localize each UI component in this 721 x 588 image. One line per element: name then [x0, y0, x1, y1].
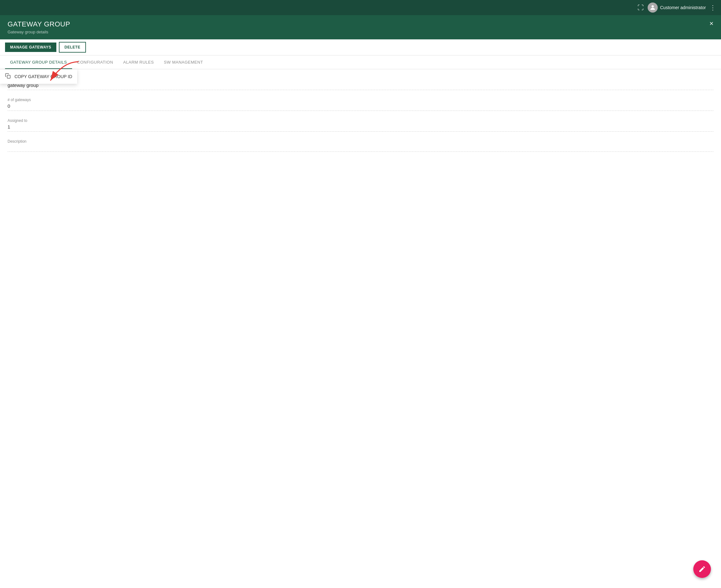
- panel-header: GATEWAY GROUP Gateway group details ×: [0, 15, 721, 39]
- tabs-bar: GATEWAY GROUP DETAILS CONFIGURATION ALAR…: [0, 56, 721, 69]
- more-icon[interactable]: ⋮: [710, 4, 716, 11]
- top-bar: ⛶ Customer administrator ⋮: [0, 0, 721, 15]
- toolbar: MANAGE GATEWAYS DELETE: [0, 39, 721, 56]
- copy-gateway-group-id-item[interactable]: COPY GATEWAY GROUP ID: [0, 69, 77, 84]
- tab-configuration[interactable]: CONFIGURATION: [72, 56, 119, 69]
- close-icon[interactable]: ×: [709, 20, 714, 27]
- user-name: Customer administrator: [660, 5, 706, 10]
- fullscreen-icon[interactable]: ⛶: [638, 4, 644, 11]
- tab-alarm-rules[interactable]: ALARM RULES: [118, 56, 159, 69]
- manage-gateways-button[interactable]: MANAGE GATEWAYS: [5, 43, 56, 52]
- assigned-label: Assigned to: [7, 119, 714, 123]
- assigned-field-group: Assigned to 1: [7, 119, 714, 132]
- description-value: [7, 145, 714, 152]
- tab-gateway-group-details[interactable]: GATEWAY GROUP DETAILS: [5, 56, 72, 69]
- delete-button[interactable]: DELETE: [59, 42, 86, 52]
- copy-icon: [5, 73, 11, 80]
- gateways-value: 0: [7, 103, 714, 111]
- copy-id-label: COPY GATEWAY GROUP ID: [15, 74, 72, 79]
- panel-title: GATEWAY GROUP: [7, 20, 70, 28]
- name-field-group: Name * gateway group: [7, 77, 714, 90]
- user-info: Customer administrator: [648, 2, 706, 13]
- name-value: gateway group: [7, 83, 714, 90]
- gateways-field-group: # of gateways 0: [7, 98, 714, 111]
- header-text: GATEWAY GROUP Gateway group details: [7, 20, 70, 34]
- description-field-group: Description: [7, 139, 714, 152]
- dropdown-menu: COPY GATEWAY GROUP ID: [0, 69, 77, 84]
- assigned-value: 1: [7, 124, 714, 132]
- top-bar-icons: ⛶ Customer administrator ⋮: [638, 2, 716, 13]
- name-label: Name *: [7, 77, 714, 81]
- svg-rect-1: [7, 75, 10, 79]
- description-label: Description: [7, 139, 714, 144]
- svg-point-0: [652, 5, 654, 7]
- gateways-label: # of gateways: [7, 98, 714, 102]
- panel-subtitle: Gateway group details: [7, 29, 70, 34]
- avatar: [648, 2, 658, 13]
- form-content: Name * gateway group # of gateways 0 Ass…: [0, 69, 721, 167]
- tab-sw-management[interactable]: SW MANAGEMENT: [159, 56, 208, 69]
